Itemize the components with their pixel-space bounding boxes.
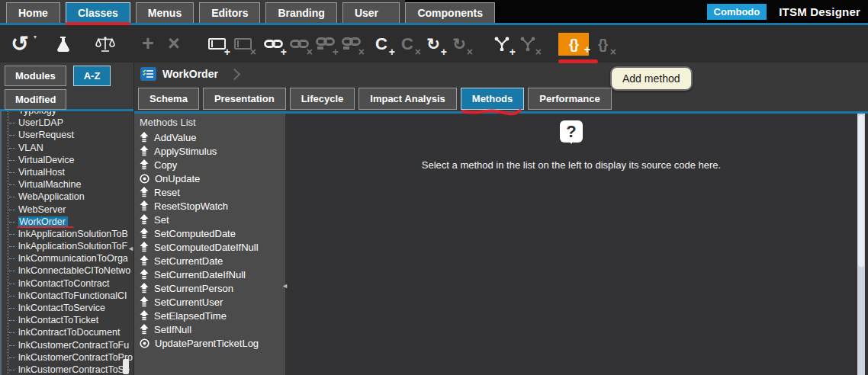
class-item-lnkapplicationsolutiontob[interactable]: lnkApplicationSolutionToB (9, 228, 133, 240)
dropdown-caret-icon[interactable]: ▾ (34, 34, 37, 40)
method-item-setcurrentperson[interactable]: SetCurrentPerson (134, 281, 285, 295)
class-item-lnkcustomercontracttofu[interactable]: lnkCustomerContractToFu (9, 339, 133, 351)
annotation-underline (558, 59, 598, 63)
delete-link-button: × (287, 30, 311, 58)
method-arrow-icon (140, 324, 149, 335)
class-item-lnkcustomercontracttopro[interactable]: lnkCustomerContractToPro (9, 351, 133, 364)
add-field-button[interactable]: + (204, 30, 229, 58)
plus-overlay-icon: + (389, 46, 395, 57)
nav-tab-classes[interactable]: Classes (66, 2, 130, 23)
methods-list: AddValueApplyStimulusCopyOnUpdateResetRe… (134, 130, 285, 350)
nav-tab-menus[interactable]: Menus (136, 2, 194, 23)
method-item-setcurrentdateifnull[interactable]: SetCurrentDateIfNull (134, 268, 285, 281)
top-nav-bar: HomeClassesMenusEditorsBrandingUser Righ… (0, 0, 868, 25)
class-list[interactable]: TypologyUserLDAPUserRequestVLANVirtualDe… (0, 111, 133, 375)
add-link-button[interactable]: + (261, 30, 285, 58)
tab-methods[interactable]: Methods (461, 88, 524, 110)
class-item-typology[interactable]: Typology (9, 111, 133, 117)
tab-lifecycle[interactable]: Lifecycle (290, 88, 355, 110)
vertical-scrollbar[interactable] (857, 114, 865, 375)
collapse-sidebar-handle[interactable]: ◄ (127, 245, 134, 252)
delete-external-key-button: × (339, 30, 363, 58)
toolbar: ↺▾+×+×+×+×C+C×↻+↻×+×{}+{}× (0, 25, 868, 62)
method-arrow-icon (140, 296, 149, 307)
x-overlay-icon: × (358, 46, 365, 57)
class-item-lnkcustomercontracttose[interactable]: lnkCustomerContractToSe (9, 364, 133, 375)
class-detail-tabs: SchemaPresentationLifecycleImpact Analys… (134, 85, 868, 111)
class-item-virtualdevice[interactable]: VirtualDevice (9, 154, 133, 166)
class-item-lnkcontacttoservice[interactable]: lnkContactToService (9, 302, 133, 314)
empty-state-message: Select a method in the list on the left … (422, 159, 721, 171)
class-item-lnkcontacttocontract[interactable]: lnkContactToContract (9, 277, 133, 290)
class-item-userldap[interactable]: UserLDAP (9, 117, 133, 129)
combodo-badge[interactable]: Combodo (707, 4, 767, 20)
method-item-applystimulus[interactable]: ApplyStimulus (134, 144, 285, 158)
tooltip: Add method (610, 66, 693, 91)
class-item-lnkcontracttodocument[interactable]: lnkContractToDocument (9, 326, 133, 338)
compare-button[interactable] (93, 30, 117, 58)
nav-tab-editors[interactable]: Editors (199, 2, 260, 23)
method-item-updateparentticketlog[interactable]: UpdateParentTicketLog (134, 336, 285, 350)
main-area: Modules A-Z Modified TypologyUserLDAPUse… (0, 62, 868, 375)
class-item-vlan[interactable]: VLAN (9, 142, 133, 154)
undo-button[interactable]: ↺▾ (8, 30, 32, 58)
sidebar-header: Modules A-Z Modified (0, 62, 133, 111)
method-item-setcomputeddate[interactable]: SetComputedDate (134, 226, 285, 240)
sidebar-scrollbar-thumb[interactable] (123, 359, 129, 374)
tab-schema[interactable]: Schema (138, 88, 199, 110)
tab-performance[interactable]: Performance (528, 88, 611, 110)
class-item-lnkconnectablecitonetwo[interactable]: lnkConnectableCIToNetwo (9, 264, 133, 277)
tab-impact-analysis[interactable]: Impact Analysis (358, 88, 457, 110)
chevron-right-icon (229, 68, 241, 80)
class-item-virtualhost[interactable]: VirtualHost (9, 166, 133, 178)
collapse-methods-handle[interactable]: ◄ (281, 283, 288, 290)
method-item-set[interactable]: Set (134, 213, 285, 226)
sidebar-tab-modules[interactable]: Modules (5, 66, 66, 86)
method-item-setelapsedtime[interactable]: SetElapsedTime (134, 309, 285, 322)
method-arrow-icon (140, 146, 149, 156)
test-button[interactable] (50, 30, 75, 58)
delete-method-button: {}× (590, 30, 615, 58)
class-item-webserver[interactable]: WebServer (9, 204, 133, 216)
method-item-onupdate[interactable]: OnUpdate (134, 171, 285, 185)
method-arrow-icon (140, 269, 149, 280)
delete-stimulus-button: C× (395, 30, 420, 58)
method-name: AddValue (154, 132, 196, 143)
selected-class[interactable]: WorkOrder (18, 216, 68, 227)
add-relation-button[interactable]: + (490, 30, 514, 58)
sidebar-tab-a-z[interactable]: A-Z (73, 66, 111, 86)
class-item-lnkcontacttoticket[interactable]: lnkContactToTicket (9, 314, 133, 326)
add-method-button[interactable]: {}+ (558, 33, 589, 56)
class-item-lnkcontacttofunctionalci[interactable]: lnkContactToFunctionalCI (9, 290, 133, 302)
plus-overlay-icon: + (281, 46, 287, 57)
tab-presentation[interactable]: Presentation (203, 88, 286, 110)
class-item-workorder[interactable]: WorkOrder (9, 216, 133, 228)
method-item-setcurrentuser[interactable]: SetCurrentUser (134, 295, 285, 309)
nav-tab-components[interactable]: Components (405, 2, 495, 23)
method-item-resetstopwatch[interactable]: ResetStopWatch (134, 199, 285, 213)
class-item-lnkcommunicationtoorga[interactable]: lnkCommunicationToOrga (9, 252, 133, 264)
nav-tab-user-rights[interactable]: User Rights (342, 2, 400, 23)
method-item-setcurrentdate[interactable]: SetCurrentDate (134, 254, 285, 268)
method-name: Reset (154, 187, 180, 198)
method-item-copy[interactable]: Copy (134, 158, 285, 171)
breadcrumb-class-name[interactable]: WorkOrder (162, 68, 218, 80)
class-item-virtualmachine[interactable]: VirtualMachine (9, 178, 133, 191)
nav-tab-home[interactable]: Home (6, 2, 60, 23)
scrollbar-thumb[interactable] (858, 115, 864, 267)
method-item-setifnull[interactable]: SetIfNull (134, 322, 285, 336)
class-item-userrequest[interactable]: UserRequest (9, 129, 133, 141)
nav-tab-branding[interactable]: Branding (265, 2, 336, 23)
method-arrow-icon (140, 200, 149, 211)
plus-overlay-icon: + (441, 46, 447, 57)
class-item-lnkapplicationsolutiontof[interactable]: lnkApplicationSolutionToF (9, 240, 133, 252)
method-item-addvalue[interactable]: AddValue (134, 130, 285, 144)
method-item-reset[interactable]: Reset (134, 185, 285, 199)
method-item-setcomputeddateifnull[interactable]: SetComputedDateIfNull (134, 240, 285, 254)
class-item-webapplication[interactable]: WebApplication (9, 191, 133, 203)
event-circle-icon (140, 338, 149, 348)
add-stimulus-button[interactable]: C+ (369, 30, 394, 58)
sidebar-tab-modified[interactable]: Modified (5, 89, 66, 110)
delete-button: × (162, 30, 186, 58)
add-transition-button[interactable]: ↻+ (421, 30, 445, 58)
